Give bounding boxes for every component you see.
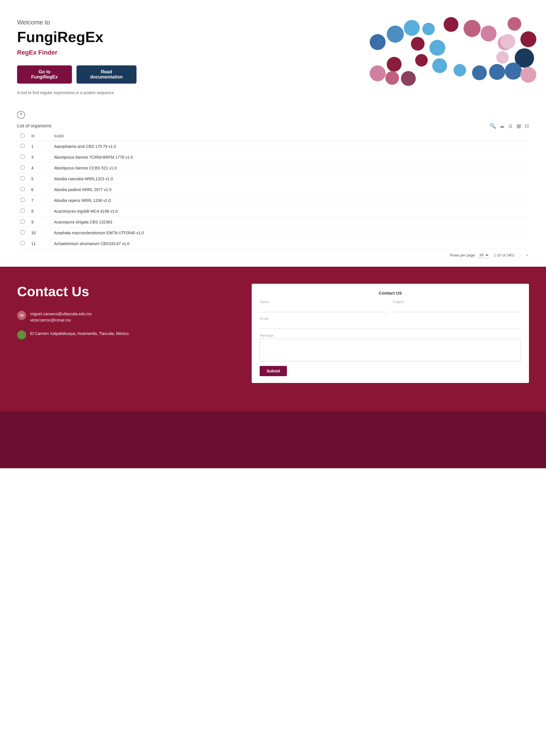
row-checkbox[interactable]: [20, 187, 24, 191]
bubble: [404, 20, 420, 36]
row-checkbox[interactable]: [20, 209, 24, 213]
table-row[interactable]: 7 Absidia repens NRRL 1336 v1.0: [17, 195, 529, 206]
bubble: [432, 58, 447, 73]
location-icon: 📍: [17, 330, 26, 339]
row-checkbox-cell: [17, 206, 28, 217]
message-label: Message: [260, 334, 521, 337]
row-checkbox[interactable]: [20, 230, 24, 234]
email-field: Email: [260, 317, 521, 329]
row-name: Abortiporus biennis CCBS 521 v1.0: [51, 163, 529, 173]
table-row[interactable]: 5 Absidia caerulea NRRL1315 v1.0: [17, 173, 529, 184]
cloud-icon[interactable]: ☁: [499, 123, 504, 129]
mouse-icon-row: [0, 108, 546, 120]
row-checkbox[interactable]: [20, 165, 24, 169]
table-row[interactable]: 1 Aaosphaeria arxii CBS 175.79 v1.0: [17, 141, 529, 152]
app-subtitle: RegEx Finder: [17, 49, 137, 56]
table-row[interactable]: 9 Acarospora strigata CBS 132363: [17, 217, 529, 227]
print-icon[interactable]: 🖨: [508, 123, 513, 129]
table-row[interactable]: 4 Abortiporus biennis CCBS 521 v1.0: [17, 163, 529, 173]
email-label: Email: [260, 317, 521, 321]
row-checkbox-cell: [17, 141, 28, 152]
row-checkbox[interactable]: [20, 219, 24, 223]
footer-dark: [0, 411, 546, 468]
name-label: Name: [260, 300, 388, 304]
hero-section: Welcome to FungiRegEx RegEx Finder Go to…: [0, 0, 546, 108]
row-name: Abortiporus biennis ?CIRM-BRFM 1778 v1.0: [51, 152, 529, 163]
hero-left: Welcome to FungiRegEx RegEx Finder Go to…: [17, 19, 137, 95]
table-row[interactable]: 10 Acephala macrosclerotiorium EW76-UTF0…: [17, 227, 529, 238]
row-checkbox-cell: [17, 152, 28, 163]
contact-email-item: ✉ miguel.canseco@utlaxcala.edu.mx victor…: [17, 311, 235, 324]
header-icons: 🔍 ☁ 🖨 ▦ ⊟: [490, 123, 529, 129]
row-name: Aaosphaeria arxii CBS 175.79 v1.0: [51, 141, 529, 152]
pagination-row: Rows per page: 10 25 50 1-10 of 2401 ‹ ›: [17, 249, 529, 261]
contact-address-item: 📍 El Carmen Xalpatlahuaya, Huamantla, Tl…: [17, 330, 235, 339]
contact-left: Contact Us ✉ miguel.canseco@utlaxcala.ed…: [17, 284, 235, 346]
contact-form: Contact US Name Subject Email Message Su…: [252, 284, 529, 383]
table-row[interactable]: 6 Absidia padenii NRRL 2977 v1.0: [17, 184, 529, 195]
table-row[interactable]: 3 Abortiporus biennis ?CIRM-BRFM 1778 v1…: [17, 152, 529, 163]
row-checkbox[interactable]: [20, 241, 24, 245]
row-checkbox-cell: [17, 163, 28, 173]
row-id: 9: [28, 217, 51, 227]
organisms-title: List of organisms: [17, 123, 51, 129]
bubble: [489, 64, 505, 80]
table-row[interactable]: 11 Achaetomium strumarium CBS333.67 v1.0: [17, 238, 529, 249]
contact-address-text: El Carmen Xalpatlahuaya, Huamantla, Tlax…: [30, 330, 130, 337]
hero-buttons: Go to FungiRegEx Read documentation: [17, 65, 137, 84]
hero-description: A tool to find regular expressions in a …: [17, 90, 137, 95]
go-to-fungiregex-button[interactable]: Go to FungiRegEx: [17, 65, 72, 84]
row-name: Absidia caerulea NRRL1315 v1.0: [51, 173, 529, 184]
bubble: [429, 40, 445, 56]
bubble: [464, 20, 481, 37]
row-id: 10: [28, 227, 51, 238]
organisms-header: List of organisms 🔍 ☁ 🖨 ▦ ⊟: [17, 123, 529, 129]
row-checkbox[interactable]: [20, 144, 24, 148]
row-name: Acarospora strigata CBS 132363: [51, 217, 529, 227]
row-checkbox[interactable]: [20, 155, 24, 159]
bubble: [520, 67, 536, 83]
rows-per-page-select[interactable]: 10 25 50: [477, 252, 489, 258]
subject-input[interactable]: [393, 305, 521, 312]
organisms-section: List of organisms 🔍 ☁ 🖨 ▦ ⊟ ID NAME 1: [0, 120, 546, 267]
organisms-table: ID NAME 1 Aaosphaeria arxii CBS 175.79 v…: [17, 131, 529, 249]
header-id: ID: [28, 131, 51, 141]
contact-form-title: Contact US: [260, 291, 521, 295]
bubble: [411, 37, 425, 51]
row-id: 1: [28, 141, 51, 152]
bubble: [387, 57, 402, 72]
message-field: Message: [260, 334, 521, 366]
hero-bubbles: [370, 17, 529, 97]
bubble: [501, 34, 515, 49]
row-id: 11: [28, 238, 51, 249]
message-textarea[interactable]: [260, 339, 521, 361]
read-documentation-button[interactable]: Read documentation: [76, 65, 137, 84]
form-email-row: Email: [260, 317, 521, 329]
bubble: [520, 31, 536, 47]
bubble: [385, 71, 399, 85]
subject-label: Subject: [393, 300, 521, 304]
row-checkbox[interactable]: [20, 198, 24, 202]
search-icon[interactable]: 🔍: [490, 123, 496, 129]
prev-page-button[interactable]: ‹: [519, 252, 523, 258]
email-input[interactable]: [260, 322, 521, 329]
columns-icon[interactable]: ▦: [516, 123, 521, 129]
filter-icon[interactable]: ⊟: [525, 123, 529, 129]
row-name: Absidia padenii NRRL 2977 v1.0: [51, 184, 529, 195]
contact-title: Contact Us: [17, 284, 235, 299]
select-all-checkbox[interactable]: [20, 134, 24, 138]
row-name: Absidia repens NRRL 1336 v1.0: [51, 195, 529, 206]
contact-section: Contact Us ✉ miguel.canseco@utlaxcala.ed…: [0, 267, 546, 411]
row-checkbox-cell: [17, 217, 28, 227]
next-page-button[interactable]: ›: [525, 252, 529, 258]
submit-button[interactable]: Submit: [260, 366, 287, 376]
rows-per-page-label: Rows per page:: [450, 253, 476, 257]
email-icon: ✉: [17, 311, 26, 320]
table-row[interactable]: 8 Acaromyces ingoldii MCA 4198 v1.0: [17, 206, 529, 217]
form-name-subject-row: Name Subject: [260, 300, 521, 312]
row-checkbox-cell: [17, 238, 28, 249]
bubble: [401, 71, 416, 86]
name-input[interactable]: [260, 305, 388, 312]
row-checkbox[interactable]: [20, 176, 24, 180]
bubble: [481, 26, 497, 42]
